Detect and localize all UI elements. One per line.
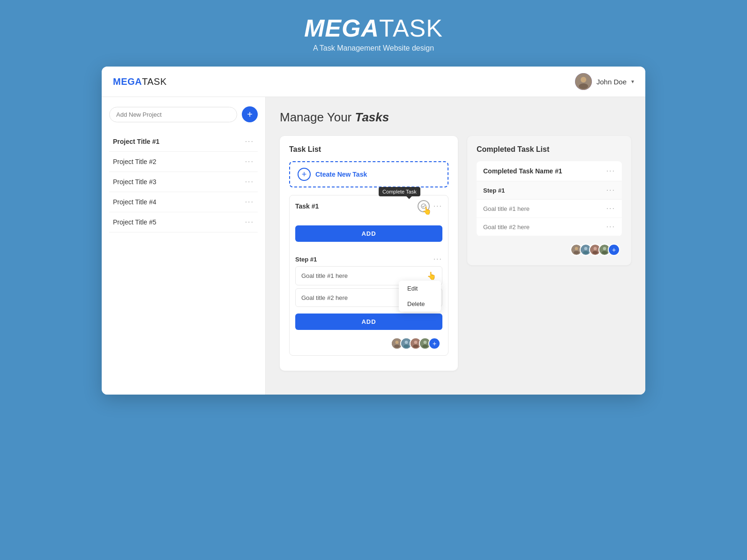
step-add-button[interactable]: ADD: [295, 314, 442, 330]
avatars-row: +: [295, 337, 442, 350]
cursor-hand-icon: 👆: [422, 206, 432, 215]
completed-task-card: Completed Task List Completed Task Name …: [467, 136, 631, 265]
avatar-add-button[interactable]: +: [428, 337, 441, 350]
task-scroll-area[interactable]: Step #1 ··· Goal title #1 here 👆 Edit: [290, 250, 448, 355]
create-task-button[interactable]: + Cteate New Task: [289, 161, 448, 187]
main-content: Manage Your Tasks Task List + Cteate New…: [266, 97, 645, 395]
completed-step-title: Step #1: [483, 187, 505, 194]
goal-text-1: Goal title #1 here: [301, 272, 348, 279]
completed-step-header: Step #1 ···: [477, 181, 622, 200]
svg-point-11: [414, 341, 418, 344]
nav-logo: MEGATASK: [113, 76, 167, 87]
page-title: Manage Your Tasks: [280, 110, 631, 125]
add-project-input[interactable]: [109, 107, 237, 122]
app-body: + Project Title #1 ··· Project Title #2 …: [102, 97, 645, 395]
sidebar-item-project2[interactable]: Project Title #2 ···: [109, 152, 258, 172]
nav-logo-mega: MEGA: [113, 76, 142, 87]
create-task-plus-icon: +: [298, 168, 311, 181]
sidebar-item-project1[interactable]: Project Title #1 ···: [109, 132, 258, 152]
banner: MEGATASK A Task Management Website desig…: [304, 14, 443, 52]
task-header-right: Complete Task 👆 ···: [418, 200, 442, 212]
completed-step-menu[interactable]: ···: [606, 186, 615, 194]
app-window: MEGATASK John Doe ▾ + Project Title #1: [102, 67, 645, 395]
context-menu-edit[interactable]: Edit: [399, 281, 441, 296]
completed-goal-text-2: Goal title #2 here: [483, 224, 530, 231]
task-item-1: Task #1 Complete Task �: [289, 195, 448, 356]
step-title-1: Step #1: [295, 256, 317, 263]
svg-point-20: [584, 247, 588, 250]
nav-user[interactable]: John Doe ▾: [575, 73, 634, 90]
project-label-3: Project Title #3: [113, 178, 157, 186]
task-list-card: Task List + Cteate New Task Task #1 Comp…: [280, 136, 458, 371]
context-menu-delete[interactable]: Delete: [399, 296, 441, 312]
svg-point-26: [603, 247, 606, 250]
banner-mega: MEGA: [304, 15, 379, 42]
project-label-2: Project Title #2: [113, 158, 157, 165]
project-menu-5[interactable]: ···: [245, 218, 254, 226]
svg-point-2: [579, 83, 588, 89]
navbar: MEGATASK John Doe ▾: [102, 67, 645, 97]
svg-point-17: [575, 247, 578, 250]
svg-point-8: [405, 341, 408, 344]
goal-item-1: Goal title #1 here 👆 Edit Delete: [295, 266, 442, 285]
complete-task-button[interactable]: 👆: [418, 200, 430, 212]
create-task-label: Cteate New Task: [315, 171, 367, 178]
completed-task-header: Completed Task Name #1 ···: [477, 161, 622, 181]
task-menu-button[interactable]: ···: [433, 202, 442, 210]
sidebar: + Project Title #1 ··· Project Title #2 …: [102, 97, 266, 395]
svg-point-12: [413, 345, 418, 348]
step-header-1: Step #1 ···: [295, 250, 442, 266]
page-title-prefix: Manage Your: [280, 110, 355, 124]
page-title-bold: Tasks: [355, 110, 389, 124]
completed-task-menu[interactable]: ···: [606, 167, 615, 175]
completed-goal-2: Goal title #2 here ···: [477, 218, 622, 236]
completed-goal-menu-1[interactable]: ···: [606, 204, 615, 213]
svg-point-23: [594, 247, 597, 250]
step-menu-1[interactable]: ···: [433, 255, 442, 263]
task-name-1: Task #1: [295, 202, 319, 210]
sidebar-add-row: +: [109, 106, 258, 122]
nav-logo-task: TASK: [142, 76, 167, 87]
task-list-title: Task List: [289, 145, 448, 154]
project-label-4: Project Title #4: [113, 198, 157, 206]
project-label-1: Project Title #1: [113, 138, 159, 145]
project-menu-4[interactable]: ···: [245, 198, 254, 206]
goal-text-2: Goal title #2 here: [301, 294, 348, 301]
banner-title: MEGATASK: [304, 14, 443, 42]
sidebar-item-project5[interactable]: Project Title #5 ···: [109, 212, 258, 232]
project-label-5: Project Title #5: [113, 218, 157, 226]
sidebar-item-project4[interactable]: Project Title #4 ···: [109, 192, 258, 212]
svg-point-21: [583, 251, 589, 254]
columns-row: Task List + Cteate New Task Task #1 Comp…: [280, 136, 631, 371]
svg-point-18: [574, 251, 579, 254]
banner-task: TASK: [379, 15, 443, 42]
svg-point-5: [396, 341, 399, 344]
completed-avatars-row: +: [477, 244, 622, 256]
nav-username: John Doe: [597, 78, 627, 86]
svg-point-27: [602, 251, 607, 254]
svg-point-6: [394, 345, 400, 348]
add-project-button[interactable]: +: [242, 106, 258, 122]
completed-goal-1: Goal title #1 here ···: [477, 200, 622, 218]
sidebar-item-project3[interactable]: Project Title #3 ···: [109, 172, 258, 192]
svg-point-9: [403, 345, 409, 348]
svg-point-24: [592, 251, 598, 254]
task-add-button[interactable]: ADD: [295, 225, 442, 242]
banner-subtitle: A Task Management Website design: [304, 44, 443, 52]
completed-task-item-1: Completed Task Name #1 ··· Step #1 ··· G…: [477, 161, 622, 236]
svg-point-1: [581, 77, 586, 82]
completed-avatar-add-button[interactable]: +: [608, 244, 620, 256]
svg-point-15: [422, 345, 428, 348]
context-menu: Edit Delete: [399, 281, 441, 312]
completed-card-title: Completed Task List: [477, 145, 622, 154]
avatar: [575, 73, 592, 90]
project-menu-3[interactable]: ···: [245, 178, 254, 186]
project-menu-2[interactable]: ···: [245, 157, 254, 166]
complete-task-tooltip: Complete Task: [379, 187, 420, 196]
project-menu-1[interactable]: ···: [245, 137, 254, 146]
completed-task-name: Completed Task Name #1: [483, 167, 562, 175]
completed-goal-text-1: Goal title #1 here: [483, 205, 530, 212]
svg-point-14: [424, 341, 427, 344]
task-item-header: Task #1 Complete Task �: [290, 195, 448, 217]
completed-goal-menu-2[interactable]: ···: [606, 223, 615, 231]
